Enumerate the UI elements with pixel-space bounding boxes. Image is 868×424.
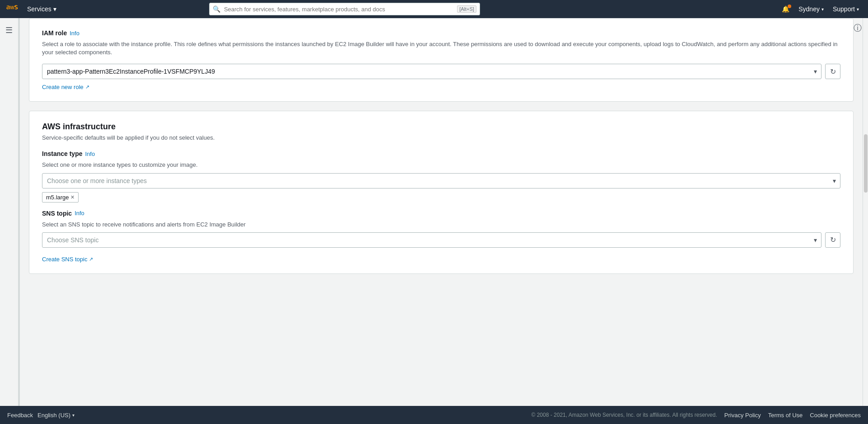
services-menu[interactable]: Services ▾ xyxy=(23,4,60,14)
iam-role-select-wrapper: pattern3-app-Pattern3Ec2InstanceProfile-… xyxy=(42,64,821,79)
instance-type-label: Instance type Info xyxy=(42,150,840,157)
search-bar: 🔍 [Alt+S] xyxy=(209,3,480,15)
instance-type-multiselect[interactable]: Choose one or more instance types xyxy=(42,173,840,188)
services-chevron: ▾ xyxy=(53,5,56,13)
create-sns-topic-link[interactable]: Create SNS topic ↗ xyxy=(42,256,93,263)
iam-role-label: IAM role Info xyxy=(42,29,840,37)
sns-topic-field: SNS topic Info Select an SNS topic to re… xyxy=(42,210,840,263)
support-chevron: ▾ xyxy=(857,7,859,12)
user-label: Sydney xyxy=(798,5,820,13)
iam-role-description: Select a role to associate with the inst… xyxy=(42,40,840,57)
instance-type-info[interactable]: Info xyxy=(85,151,95,157)
sns-topic-select-wrapper: Choose SNS topic ▾ xyxy=(42,232,821,248)
search-icon: 🔍 xyxy=(213,5,220,13)
iam-role-refresh-button[interactable]: ↻ xyxy=(825,64,840,79)
sns-topic-label: SNS topic Info xyxy=(42,210,840,217)
aws-logo[interactable] xyxy=(5,5,20,14)
instance-type-caret: ▾ xyxy=(833,177,836,184)
top-navigation: Services ▾ 🔍 [Alt+S] 🔔 Sydney ▾ Support … xyxy=(0,0,868,18)
instance-type-multiselect-wrapper: Choose one or more instance types ▾ xyxy=(42,173,840,188)
iam-role-info[interactable]: Info xyxy=(70,30,79,37)
create-new-role-link[interactable]: Create new role ↗ xyxy=(42,84,840,90)
iam-role-section: IAM role Info Select a role to associate… xyxy=(29,18,854,102)
instance-type-tag-m5large: m5.large × xyxy=(42,192,79,203)
aws-infra-subtitle: Service-specific defaults will be applie… xyxy=(42,134,840,141)
search-input[interactable] xyxy=(209,3,480,15)
aws-infrastructure-section: AWS infrastructure Service-specific defa… xyxy=(29,111,854,273)
hamburger-icon[interactable]: ☰ xyxy=(4,24,14,37)
iam-role-field-row: pattern3-app-Pattern3Ec2InstanceProfile-… xyxy=(42,64,840,79)
instance-type-description: Select one or more instance types to cus… xyxy=(42,161,840,169)
sns-topic-refresh-icon: ↻ xyxy=(830,236,836,244)
search-shortcut: [Alt+S] xyxy=(457,5,476,13)
create-role-external-icon: ↗ xyxy=(85,84,89,90)
nav-right-group: 🔔 Sydney ▾ Support ▾ xyxy=(778,4,863,14)
support-label: Support xyxy=(833,5,855,13)
sns-topic-field-row: Choose SNS topic ▾ ↻ xyxy=(42,232,840,248)
iam-role-select[interactable]: pattern3-app-Pattern3Ec2InstanceProfile-… xyxy=(42,64,821,79)
right-scrollbar[interactable] xyxy=(863,18,868,406)
services-label: Services xyxy=(27,5,51,13)
notification-badge xyxy=(788,5,791,8)
aws-infra-title: AWS infrastructure xyxy=(42,122,840,132)
sidebar-toggle: ☰ xyxy=(0,18,18,406)
user-menu[interactable]: Sydney ▾ xyxy=(795,4,827,14)
create-sns-external-icon: ↗ xyxy=(89,256,93,262)
instance-type-tag-label: m5.large xyxy=(46,194,69,201)
sns-topic-select[interactable]: Choose SNS topic xyxy=(42,232,821,248)
notifications-bell[interactable]: 🔔 xyxy=(778,4,793,14)
scrollbar-thumb[interactable] xyxy=(864,134,868,193)
main-content: IAM role Info Select a role to associate… xyxy=(20,18,863,406)
user-chevron: ▾ xyxy=(821,7,824,12)
sns-topic-refresh-button[interactable]: ↻ xyxy=(825,232,840,248)
instance-type-tag-remove[interactable]: × xyxy=(71,194,75,200)
instance-type-field: Instance type Info Select one or more in… xyxy=(42,150,840,202)
sns-topic-info[interactable]: Info xyxy=(75,210,84,217)
sns-topic-description: Select an SNS topic to receive notificat… xyxy=(42,221,840,229)
page-info-icon[interactable]: ⓘ xyxy=(854,23,862,33)
instance-type-tags: m5.large × xyxy=(42,192,840,203)
support-menu[interactable]: Support ▾ xyxy=(829,4,863,14)
iam-role-refresh-icon: ↻ xyxy=(830,67,836,76)
